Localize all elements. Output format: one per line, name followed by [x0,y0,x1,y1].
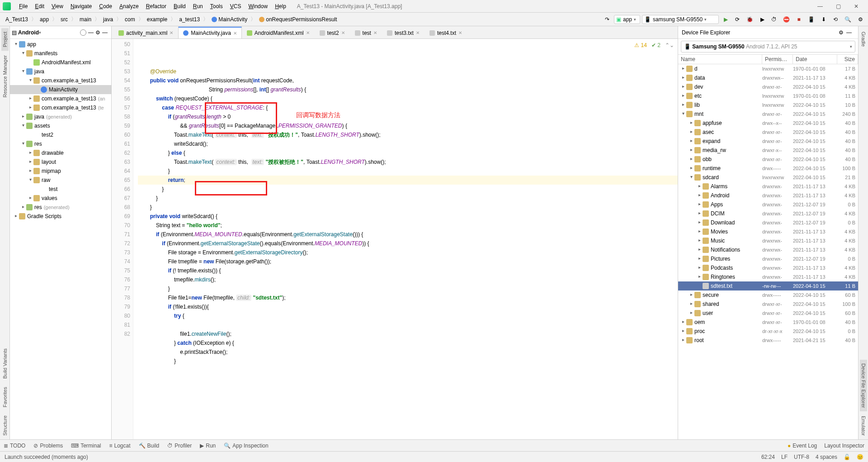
dfe-row[interactable]: ▸procdr-xr-xr-x2022-04-10 150 B [678,327,858,336]
project-tree-item[interactable]: ▸com.example.a_test13(an [10,94,111,103]
project-tree-item[interactable]: ▾raw [10,176,111,185]
menu-code[interactable]: Code [95,1,116,11]
project-tree-item[interactable]: ▾manifests [10,49,111,58]
dfe-row[interactable]: ▸shareddrwxr-xr-2022-04-10 15100 B [678,300,858,309]
project-tree-item[interactable]: test [10,185,111,194]
project-tree-item[interactable]: test2 [10,130,111,139]
project-tree-item[interactable]: ▸mipmap [10,167,111,176]
profile-button[interactable]: ⏱ [769,14,779,24]
stop-button[interactable]: ■ [794,14,804,24]
run-config-selector[interactable]: ▣app▾ [614,15,640,24]
hide-panel-icon[interactable]: — [100,29,109,36]
event-log-tab[interactable]: ●Event Log [788,443,817,449]
dfe-row[interactable]: ▸dlrwxrwxrw1970-01-01 0817 B [678,64,858,73]
dfe-row[interactable]: ▸runtimedrwx-----2022-04-10 15100 B [678,164,858,173]
sync-icon[interactable]: ⟲ [830,14,840,24]
dfe-row[interactable]: ▸Androiddrwxrwx-2021-11-17 134 KB [678,191,858,200]
dfe-hide-icon[interactable]: — [844,29,854,36]
close-tab-icon[interactable]: ✕ [373,30,377,35]
device-selector[interactable]: 📱samsung SM-G9550▾ [642,15,719,24]
breadcrumb-item[interactable]: src [58,15,71,24]
dfe-row[interactable]: ▸Picturesdrwxrwx-2021-12-07 190 B [678,254,858,263]
project-tree-item[interactable]: ▾com.example.a_test13 [10,76,111,85]
close-tab-icon[interactable]: ✕ [233,31,237,36]
collapse-icon[interactable]: — [86,29,95,36]
dfe-row[interactable]: ▾sdcardlrwxrwxrw2022-04-10 1521 B [678,173,858,182]
dfe-device-selector[interactable]: 📱 Samsung SM-G9550 Android 7.1.2, API 25… [681,41,855,52]
file-encoding[interactable]: UTF-8 [794,454,809,460]
breadcrumb-item[interactable]: example [144,15,170,24]
avd-manager-icon[interactable]: 📱 [806,14,817,24]
debug-button[interactable]: 🐞 [744,14,755,24]
menu-tools[interactable]: Tools [207,1,226,11]
close-tab-icon[interactable]: ✕ [341,30,345,35]
project-tree-item[interactable]: ▸Gradle Scripts [10,212,111,221]
project-tree-item[interactable]: ▾java [10,67,111,76]
attach-debugger-icon[interactable]: ⛔ [781,14,792,24]
readonly-lock-icon[interactable]: 🔓 [844,454,850,460]
dfe-row[interactable]: sdtest.txt-rw-rw---2022-04-10 1511 B [678,281,858,291]
dfe-row[interactable]: ▸obbdrwxr-xr-2022-04-10 1540 B [678,155,858,164]
bottom-tab-logcat[interactable]: ≡Logcat [109,443,131,449]
dfe-row[interactable]: ▸Ringtonesdrwxrwx-2021-11-17 134 KB [678,272,858,281]
editor-tab[interactable]: test✕ [350,27,382,38]
search-icon[interactable]: 🔍 [842,14,854,24]
project-tree-item[interactable]: ▾assets [10,121,111,130]
dfe-row[interactable]: ▸Moviesdrwxrwx-2021-11-17 134 KB [678,227,858,236]
project-view-label[interactable]: Android [18,29,39,36]
project-tree-item[interactable]: ▸res(generated) [10,203,111,212]
breadcrumb-item[interactable]: main [77,15,94,24]
breadcrumb-class[interactable]: MainActivity [209,15,250,24]
dfe-row[interactable]: ▸userdrwxr-xr-2022-04-10 1560 B [678,309,858,318]
project-tree-item[interactable]: ▾app [10,40,111,49]
caret-position[interactable]: 62:24 [761,454,775,460]
editor-tab[interactable]: test3.txt✕ [382,27,425,38]
editor-tab[interactable]: test2✕ [315,27,350,38]
editor-tab[interactable]: activity_main.xml✕ [113,27,178,38]
editor-tab[interactable]: test4.txt✕ [425,27,467,38]
structure-tab[interactable]: Structure [1,412,9,439]
dfe-row[interactable]: ▸etclrwxrwxrw1970-01-01 0811 B [678,91,858,100]
project-tree-item[interactable]: ▸drawable [10,148,111,157]
panel-settings-icon[interactable]: ⚙ [95,29,100,36]
dfe-row[interactable]: ▸asecdrwxr-xr-2022-04-10 1540 B [678,128,858,137]
build-variants-tab[interactable]: Build Variants [1,345,9,382]
inspection-widget[interactable]: ⚠ 14 ✔ 2 ⌃⌄ [634,41,674,50]
menu-view[interactable]: View [48,1,67,11]
bottom-tab-todo[interactable]: ≣TODO [4,443,25,449]
breadcrumb-item[interactable]: a_test13 [176,15,203,24]
run-button[interactable]: ▶ [721,14,731,24]
dfe-row[interactable]: ▸Downloaddrwxrwx-2021-12-07 190 B [678,218,858,227]
gradle-tab[interactable]: Gradle [860,28,867,50]
bottom-tab-app-inspection[interactable]: 🔍App Inspection [224,443,268,449]
minimize-button[interactable]: — [811,1,829,11]
dfe-row[interactable]: ▸securedrwx-----2022-04-10 1560 B [678,291,858,300]
memory-indicator-icon[interactable]: 😐 [857,454,863,460]
indent-settings[interactable]: 4 spaces [816,454,837,460]
menu-edit[interactable]: Edit [31,1,48,11]
project-tree-item[interactable]: ▸layout [10,157,111,167]
close-tab-icon[interactable]: ✕ [306,30,310,35]
project-tree-item[interactable]: ▸com.example.a_test13(te [10,103,111,112]
dfe-row[interactable]: ▸rootdrwx-----2021-04-21 1540 B [678,336,858,345]
bottom-tab-run[interactable]: ▶Run [200,443,216,449]
breadcrumb-item[interactable]: com [122,15,138,24]
apply-changes-icon[interactable]: ⟳ [732,14,742,24]
project-tree-item[interactable]: ▸values [10,194,111,203]
breadcrumb-item[interactable]: app [37,15,52,24]
project-tree-item[interactable]: ▸java(generated) [10,112,111,121]
dfe-row[interactable]: ▸Appsdrwxrwx-2021-12-07 190 B [678,200,858,209]
project-tool-tab[interactable]: Project [1,28,9,51]
dfe-row[interactable]: ▸media_rwdrwxr-x--2022-04-10 1540 B [678,146,858,155]
editor-tab[interactable]: AndroidManifest.xml✕ [242,27,315,38]
breadcrumb-item[interactable]: java [100,15,116,24]
resource-manager-tab[interactable]: Resource Manager [1,52,9,101]
dfe-tree[interactable]: ▸dlrwxrwxrw1970-01-01 0817 B▸datadrwxrwx… [678,64,858,439]
menu-file[interactable]: File [15,1,31,11]
breadcrumb-item[interactable]: A_Test13 [3,15,31,24]
settings-icon[interactable]: ⚙ [855,14,865,24]
favorites-tab[interactable]: Favorites [1,383,9,411]
close-tab-icon[interactable]: ✕ [458,30,462,35]
editor-tab[interactable]: MainActivity.java✕ [178,27,241,38]
dfe-row[interactable]: ▸datadrwxrwx--2021-11-17 134 KB [678,73,858,82]
